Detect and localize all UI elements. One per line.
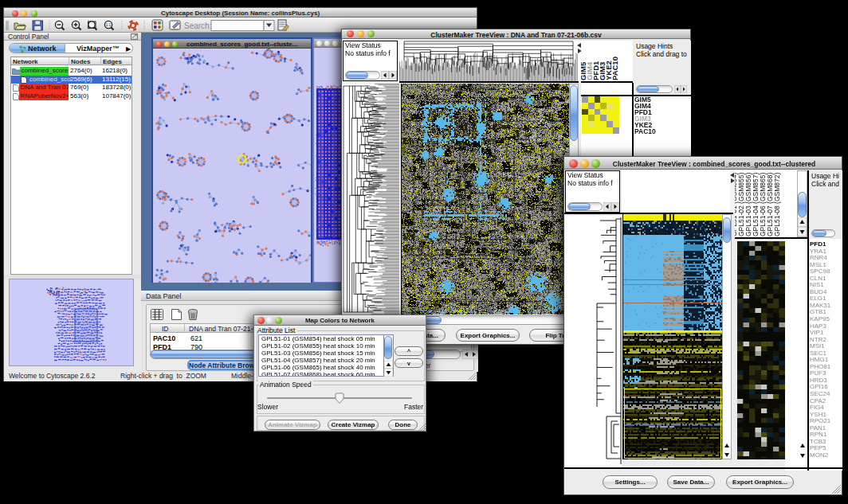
svg-text:1:1: 1:1 [106, 23, 112, 27]
svg-text:Search:: Search: [184, 21, 211, 30]
